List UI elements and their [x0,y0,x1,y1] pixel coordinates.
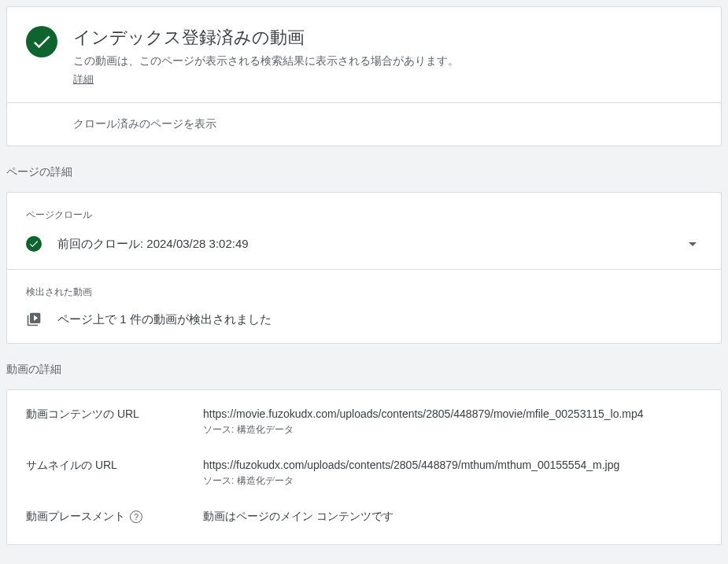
detail-value: https://movie.fuzokudx.com/uploads/conte… [203,407,702,420]
crawl-sub-label: ページクロール [7,193,721,231]
detail-label: 動画コンテンツの URL [26,407,203,422]
detected-video-text: ページ上で 1 件の動画が検出されました [57,312,702,327]
section-title-video-details: 動画の詳細 [0,350,728,383]
detail-row: サムネイルの URLhttps://fuzokudx.com/uploads/c… [7,448,721,499]
detail-label: 動画プレースメント? [26,510,203,524]
page-description: この動画は、このページが表示される検索結果に表示される場合があります。 [73,54,702,68]
detail-row: 動画コンテンツの URLhttps://movie.fuzokudx.com/u… [7,396,721,448]
video-play-box-icon [26,311,42,327]
detail-label: サムネイルの URL [26,459,203,473]
detail-row: 動画プレースメント?動画はページのメイン コンテンツです [7,499,721,538]
status-check-icon [26,26,57,57]
detail-value: https://fuzokudx.com/uploads/contents/28… [203,459,702,471]
last-crawl-row[interactable]: 前回のクロール: 2024/03/28 3:02:49 [7,231,721,269]
last-crawl-text: 前回のクロール: 2024/03/28 3:02:49 [57,237,667,252]
show-crawled-page-link[interactable]: クロール済みのページを表示 [7,103,721,146]
page-title: インデックス登録済みの動画 [73,26,702,50]
details-link[interactable]: 詳細 [73,73,94,85]
section-title-page-details: ページの詳細 [0,153,728,186]
chevron-down-icon[interactable] [683,234,702,253]
crawl-status-icon [26,236,42,252]
help-icon[interactable]: ? [130,511,142,523]
detail-value: 動画はページのメイン コンテンツです [203,510,702,524]
detail-source: ソース: 構造化データ [203,423,702,437]
detected-video-sub-label: 検出された動画 [7,270,721,308]
detected-video-row: ページ上で 1 件の動画が検出されました [7,308,721,343]
detail-source: ソース: 構造化データ [203,474,702,488]
